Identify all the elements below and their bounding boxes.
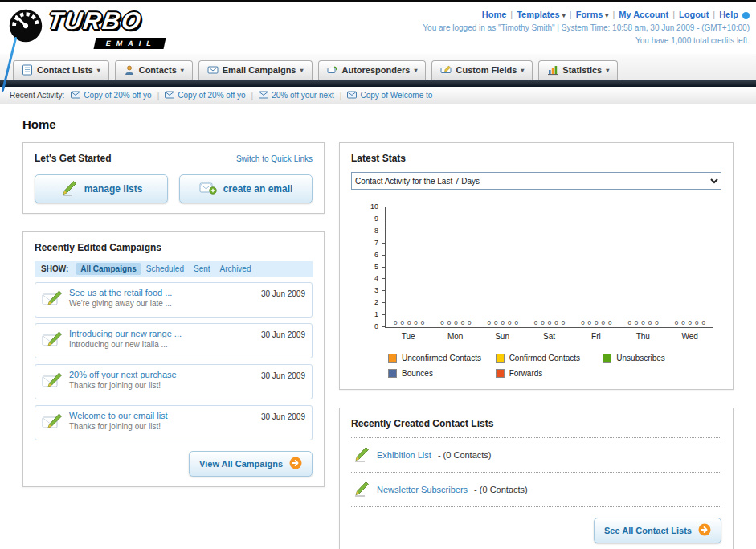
nav-divider-bar [0, 80, 756, 87]
nav-tab-custom-fields[interactable]: Custom Fields ▾ [431, 60, 533, 80]
separator: | [570, 10, 572, 19]
chevron-down-icon: ▾ [414, 67, 417, 74]
campaign-filter-archived[interactable]: Archived [215, 263, 256, 275]
pencil-icon [353, 446, 370, 464]
y-tick-label: 3 [374, 286, 378, 294]
list-icon [22, 64, 33, 76]
main-content: Home Let's Get Started Switch to Quick L… [0, 104, 756, 549]
contact-list-items: Exhibition List - (0 Contacts) Newslette… [351, 437, 721, 507]
chevron-down-icon: ▾ [300, 67, 303, 74]
legend-swatch [496, 369, 505, 378]
separator: | [713, 10, 715, 19]
chart-plot: 10 9 8 7 6 5 4 3 2 1 0 00000 [385, 207, 713, 328]
recent-activity-item[interactable]: Copy of Welcome to [347, 91, 432, 100]
switch-quick-links-link[interactable]: Switch to Quick Links [236, 154, 313, 163]
top-link-templates[interactable]: Templates ▾ [517, 10, 566, 19]
see-all-contact-lists-button[interactable]: See All Contact Lists [594, 518, 721, 543]
x-tick-label: Sun [479, 328, 525, 341]
y-tick-label: 4 [374, 274, 378, 282]
campaign-title-link[interactable]: See us at the retail food ... [69, 288, 255, 297]
speedometer-icon [5, 6, 47, 52]
campaign-title-link[interactable]: 20% off your next purchase [69, 370, 255, 379]
chart-value-labels: 00000 [619, 319, 666, 326]
y-tick-label: 7 [374, 239, 378, 247]
get-started-panel: Let's Get Started Switch to Quick Links … [22, 142, 325, 214]
campaign-row[interactable]: 20% off your next purchase Thanks for jo… [35, 364, 313, 399]
y-tick-label: 5 [374, 263, 378, 271]
chevron-down-icon: ▾ [97, 67, 100, 74]
create-an-email-button[interactable]: create an email [179, 174, 313, 203]
contact-list-item[interactable]: Newsletter Subscribers - (0 Contacts) [351, 473, 721, 507]
logo-turbo: TURBO [47, 7, 167, 35]
x-tick-label: Thu [619, 328, 666, 341]
nav-tab-label: Contact Lists [37, 65, 93, 75]
stats-period-select[interactable]: Contact Activity for the Last 7 Days [351, 172, 721, 190]
legend-label: Unsubscribes [616, 354, 665, 363]
top-link-home[interactable]: Home [482, 10, 507, 19]
nav-tab-label: Custom Fields [456, 65, 517, 75]
campaign-row[interactable]: Introducing our new range ... Introducin… [35, 323, 313, 358]
recent-activity-item[interactable]: Copy of 20% off yo [165, 91, 245, 100]
recent-activity-item[interactable]: Copy of 20% off yo [71, 91, 151, 100]
top-link-my-account[interactable]: My Account [619, 10, 668, 19]
campaign-filter-scheduled[interactable]: Scheduled [141, 263, 189, 275]
contact-list-item[interactable]: Exhibition List - (0 Contacts) [351, 438, 721, 473]
campaign-subtitle: Thanks for joining our list! [69, 422, 255, 431]
separator: | [672, 10, 675, 19]
chart-value-labels: 00000 [573, 319, 619, 326]
y-tick-label: 1 [374, 310, 378, 318]
separator: | [251, 92, 254, 100]
campaign-filter-all-campaigns[interactable]: All Campaigns [76, 263, 141, 275]
campaign-subtitle: We're giving away our late ... [69, 299, 255, 308]
y-tick-label: 9 [374, 215, 378, 223]
chart-group-wed: 00000 [667, 207, 713, 327]
separator: | [340, 92, 342, 100]
chart-value-labels: 00000 [526, 319, 573, 326]
legend-item-forwards: Forwards [496, 369, 603, 378]
campaign-title-link[interactable]: Introducing our new range ... [69, 329, 255, 338]
campaign-row[interactable]: See us at the retail food ... We're givi… [35, 282, 313, 318]
campaign-subtitle: Thanks for joining our list! [69, 381, 255, 390]
contact-list-name-link[interactable]: Exhibition List [377, 450, 431, 460]
chart-group-fri: 00000 [573, 207, 619, 327]
nav-tab-autoresponders[interactable]: Autoresponders ▾ [318, 60, 427, 80]
top-link-help[interactable]: Help [719, 10, 738, 19]
chevron-down-icon: ▾ [521, 67, 524, 74]
chart-value-labels: 00000 [432, 319, 479, 326]
chart-legend: Unconfirmed Contacts Confirmed Contacts … [388, 354, 713, 378]
nav-tab-contact-lists[interactable]: Contact Lists ▾ [13, 60, 109, 80]
contact-list-detail: - (0 Contacts) [438, 450, 492, 460]
recent-activity-item[interactable]: 20% off your next [259, 91, 334, 100]
top-link-logout[interactable]: Logout [679, 10, 709, 19]
x-tick-label: Mon [431, 328, 478, 341]
campaign-title-link[interactable]: Welcome to our email list [69, 411, 255, 420]
left-column: Let's Get Started Switch to Quick Links … [22, 142, 325, 505]
campaign-filter-sent[interactable]: Sent [189, 263, 215, 275]
nav-tab-email-campaigns[interactable]: Email Campaigns ▾ [198, 60, 313, 80]
legend-label: Unconfirmed Contacts [402, 354, 481, 363]
contact-list-name-link[interactable]: Newsletter Subscribers [377, 485, 468, 494]
credits-info: You have 1,000 total credits left. [423, 35, 750, 47]
person-icon [124, 64, 135, 76]
recent-activity-bar: Recent Activity: Copy of 20% off yo| Cop… [0, 87, 756, 104]
campaign-date: 30 Jun 2009 [261, 412, 305, 421]
campaign-date: 30 Jun 2009 [261, 289, 305, 298]
legend-swatch [496, 354, 505, 363]
campaign-rows: See us at the retail food ... We're givi… [35, 282, 313, 440]
legend-label: Confirmed Contacts [509, 354, 580, 363]
view-all-campaigns-button[interactable]: View All Campaigns [189, 451, 313, 477]
manage-lists-button[interactable]: manage lists [35, 174, 168, 203]
campaign-subtitle: Introducing our new Italia ... [69, 340, 255, 349]
login-info: You are logged in as "Timothy Smith" | S… [423, 22, 750, 35]
separator: | [510, 10, 513, 19]
barchart-icon [547, 64, 558, 76]
top-link-forms[interactable]: Forms ▾ [576, 10, 609, 19]
campaigns-title: Recently Edited Campaigns [35, 242, 313, 253]
pencil-icon [60, 180, 78, 199]
campaign-row[interactable]: Welcome to our email list Thanks for joi… [35, 405, 313, 440]
nav-tab-contacts[interactable]: Contacts ▾ [115, 60, 193, 80]
y-tick-label: 6 [374, 251, 378, 259]
campaign-filters: All CampaignsScheduledSentArchived [76, 264, 255, 273]
nav-tab-statistics[interactable]: Statistics ▾ [538, 60, 618, 80]
autoresponder-icon [327, 64, 338, 76]
